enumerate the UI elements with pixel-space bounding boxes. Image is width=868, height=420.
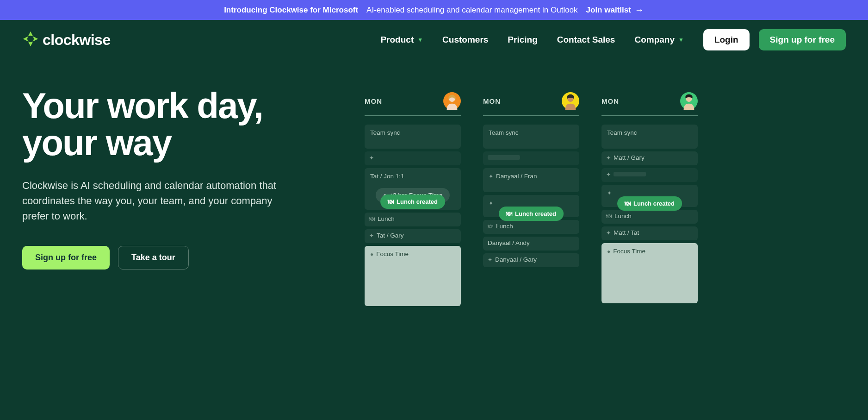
lunch-icon: 🍽	[625, 200, 631, 207]
placeholder-icon	[488, 155, 520, 160]
event-block: Team sync	[601, 125, 698, 149]
join-waitlist-link[interactable]: Join waitlist →	[586, 5, 644, 15]
announce-text: AI-enabled scheduling and calendar manag…	[366, 6, 577, 15]
event-block: ✦	[365, 151, 461, 165]
pill-label: Lunch created	[633, 200, 675, 207]
sparkle-icon: ✦	[607, 190, 612, 196]
event-label: Team sync	[607, 129, 637, 136]
sparkle-icon: ✦	[606, 171, 611, 178]
event-block-focus: ●Focus Time	[365, 246, 461, 306]
pill-label: Lunch created	[397, 198, 438, 205]
join-waitlist-label: Join waitlist	[586, 6, 631, 15]
event-block: ✦Matt / Gary	[601, 151, 698, 165]
event-label: Matt / Gary	[614, 154, 645, 161]
event-block: 🍽Lunch	[365, 213, 461, 226]
nav-product[interactable]: Product ▼	[380, 35, 423, 45]
hero-subtext: Clockwise is AI scheduling and calendar …	[22, 178, 300, 224]
event-list: Team sync ✦Danyaal / Fran ✦ 🍽Lunch creat…	[483, 125, 579, 267]
event-label: Tat / Jon 1:1	[370, 173, 404, 180]
event-block: 🍽Lunch	[483, 220, 579, 234]
event-block: ✦Danyaal / Gary	[483, 253, 579, 267]
event-block: ✦ 🍽Lunch created	[483, 195, 579, 217]
event-block: ✦Danyaal / Fran	[483, 168, 579, 192]
event-block: Tat / Jon 1:1 ●+3 hrs Focus Time 🍽Lunch …	[365, 168, 461, 210]
hero-ctas: Sign up for free Take a tour	[22, 246, 346, 270]
nav-company-label: Company	[634, 35, 675, 45]
calendar-column-header: MON	[601, 92, 698, 116]
event-label: Focus Time	[613, 248, 645, 255]
nav-product-label: Product	[380, 35, 414, 45]
nav-contact-sales[interactable]: Contact Sales	[557, 35, 615, 45]
site-header: clockwise Product ▼ Customers Pricing Co…	[0, 20, 868, 60]
lunch-icon: 🍽	[606, 213, 612, 219]
hero-headline-line1: Your work day,	[22, 85, 263, 126]
event-label: Focus Time	[376, 251, 409, 257]
lunch-created-pill: 🍽Lunch created	[617, 196, 682, 211]
hero-headline-line2: your way	[22, 122, 171, 163]
event-block: Team sync	[483, 125, 579, 149]
primary-nav: Product ▼ Customers Pricing Contact Sale…	[380, 35, 683, 45]
event-label: Danyaal / Andy	[488, 239, 530, 246]
lunch-icon: 🍽	[388, 198, 394, 205]
signup-button[interactable]: Sign up for free	[759, 29, 846, 50]
bulb-icon: ●	[370, 251, 373, 257]
event-label: Lunch	[378, 215, 395, 222]
avatar	[680, 92, 698, 110]
avatar	[562, 92, 579, 110]
logo-text: clockwise	[43, 31, 111, 49]
lunch-created-pill: 🍽Lunch created	[499, 207, 564, 221]
nav-customers[interactable]: Customers	[442, 35, 488, 45]
event-block: ✦	[601, 168, 698, 182]
announcement-bar: Introducing Clockwise for Microsoft AI-e…	[0, 0, 868, 20]
lunch-icon: 🍽	[369, 216, 375, 222]
event-label: Lunch	[614, 213, 632, 219]
chevron-down-icon: ▼	[417, 37, 423, 43]
sparkle-icon: ✦	[489, 200, 493, 207]
placeholder-icon	[614, 172, 646, 176]
lunch-icon: 🍽	[506, 210, 512, 217]
event-label: Team sync	[489, 129, 519, 136]
arrow-right-icon: →	[635, 5, 644, 15]
logo-icon	[22, 31, 39, 49]
sparkle-icon: ✦	[606, 155, 611, 161]
event-block: ✦Tat / Gary	[365, 229, 461, 243]
nav-pricing[interactable]: Pricing	[508, 35, 537, 45]
bulb-icon: ●	[607, 248, 610, 255]
calendar-column: MON Team sync ✦Danyaal / Fran ✦ 🍽Lunch c…	[483, 92, 579, 306]
event-block: Danyaal / Andy	[483, 237, 579, 251]
event-label: Danyaal / Gary	[495, 256, 537, 263]
nav-company[interactable]: Company ▼	[634, 35, 683, 45]
calendar-column: MON Team sync ✦ Tat / Jon 1:1 ●+3 hrs Fo…	[365, 92, 461, 306]
event-label: Tat / Gary	[377, 232, 404, 239]
sparkle-icon: ✦	[369, 232, 374, 239]
event-list: Team sync ✦Matt / Gary ✦ ✦ 🍽Lunch create…	[601, 125, 698, 303]
calendar-column: MON Team sync ✦Matt / Gary ✦ ✦ 🍽Lunch cr…	[601, 92, 698, 306]
announce-title: Introducing Clockwise for Microsoft	[224, 6, 358, 15]
event-block	[483, 151, 579, 165]
event-block-focus: ●Focus Time	[601, 243, 698, 303]
login-button[interactable]: Login	[703, 29, 750, 50]
lunch-created-pill: 🍽Lunch created	[380, 194, 445, 209]
hero-tour-button[interactable]: Take a tour	[118, 246, 189, 270]
day-label: MON	[365, 97, 382, 105]
event-label: Matt / Tat	[614, 229, 639, 236]
event-label: Danyaal / Fran	[496, 173, 537, 180]
event-label: Lunch	[496, 223, 513, 230]
day-label: MON	[601, 97, 619, 105]
hero-signup-button[interactable]: Sign up for free	[22, 246, 110, 270]
event-list: Team sync ✦ Tat / Jon 1:1 ●+3 hrs Focus …	[365, 125, 461, 306]
sparkle-icon: ✦	[606, 230, 611, 236]
chevron-down-icon: ▼	[678, 37, 684, 43]
day-label: MON	[483, 97, 501, 105]
hero-headline: Your work day, your way	[22, 88, 346, 161]
calendar-column-header: MON	[365, 92, 461, 116]
sparkle-icon: ✦	[488, 257, 492, 263]
event-block: ✦ 🍽Lunch created	[601, 185, 698, 207]
lunch-icon: 🍽	[488, 223, 493, 230]
event-block: 🍽Lunch	[601, 210, 698, 224]
avatar	[443, 92, 461, 110]
logo[interactable]: clockwise	[22, 31, 111, 49]
event-block: Team sync	[365, 125, 461, 149]
calendar-preview: MON Team sync ✦ Tat / Jon 1:1 ●+3 hrs Fo…	[365, 88, 846, 306]
event-block: ✦Matt / Tat	[601, 226, 698, 240]
